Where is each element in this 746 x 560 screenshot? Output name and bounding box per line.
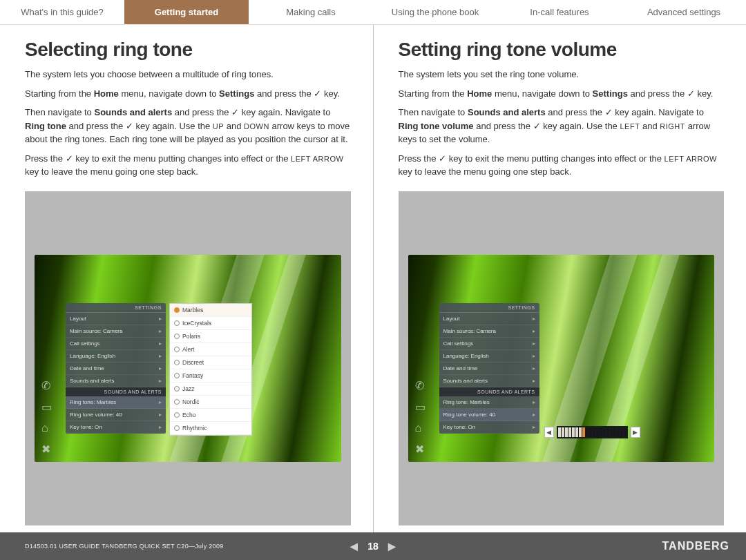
chevron-right-icon: ▸ xyxy=(159,378,162,384)
check-icon: ✓ xyxy=(605,107,613,117)
tools-icon: ✖ xyxy=(415,443,425,456)
panel-row: Language: English▸ xyxy=(439,350,539,363)
chevron-right-icon: ▸ xyxy=(533,399,535,405)
main-content: Selecting ring tone The system lets you … xyxy=(0,25,746,532)
ringtone-option: Jazz xyxy=(170,383,251,396)
chevron-right-icon: ▸ xyxy=(159,353,162,359)
volume-control: ◀ ▶ xyxy=(544,426,640,438)
chevron-right-icon: ▸ xyxy=(533,316,535,322)
panel-row: Layout▸ xyxy=(439,313,539,325)
chevron-right-icon: ▸ xyxy=(159,340,162,347)
check-icon: ✓ xyxy=(533,121,541,131)
tab-using-phone-book[interactable]: Using the phone book xyxy=(373,0,497,24)
ringtone-option: Marbles xyxy=(170,304,251,317)
ringtone-option: Discreet xyxy=(170,356,251,369)
settings-panel: SETTINGS Layout▸ Main source: Camera▸ Ca… xyxy=(66,303,166,434)
footer: D14503.01 USER GUIDE TANDBERG QUICK SET … xyxy=(0,532,746,560)
top-nav: What's in this guide? Getting started Ma… xyxy=(0,0,746,25)
panel-header-settings: SETTINGS xyxy=(439,303,539,313)
settings-panel: SETTINGS Layout▸ Main source: Camera▸ Ca… xyxy=(439,303,539,434)
tab-making-calls[interactable]: Making calls xyxy=(249,0,373,24)
phone-icon: ✆ xyxy=(415,379,425,392)
phone-icon: ✆ xyxy=(41,379,52,392)
panel-row: Ring tone volume: 40▸ xyxy=(439,409,539,421)
panel-row: Main source: Camera▸ xyxy=(66,325,166,338)
ringtone-option: Polaris xyxy=(170,330,251,343)
side-icons: ✆ ▭ ⌂ ✖ xyxy=(415,379,425,456)
right-p3: Then navigate to Sounds and alerts and p… xyxy=(399,106,725,146)
right-p4: Press the ✓ key to exit the menu putting… xyxy=(399,152,725,179)
check-icon: ✓ xyxy=(439,153,446,164)
chevron-right-icon: ▸ xyxy=(533,353,535,359)
ringtone-options: Marbles IceCrystals Polaris Alert Discre… xyxy=(169,303,252,436)
panel-row: Key tone: On▸ xyxy=(439,421,539,434)
page-number: 18 xyxy=(367,541,379,552)
pager: ◀ 18 ▶ xyxy=(350,541,396,552)
panel-row: Ring tone volume: 40▸ xyxy=(66,409,166,421)
panel-row: Language: English▸ xyxy=(66,350,166,363)
tab-whats-in-this-guide[interactable]: What's in this guide? xyxy=(0,0,124,24)
chevron-right-icon: ▸ xyxy=(159,328,162,334)
left-p2: Starting from the Home menu, navigate do… xyxy=(25,87,351,101)
tools-icon: ✖ xyxy=(41,443,52,456)
ringtone-option: Rhythmic xyxy=(170,422,251,435)
check-icon: ✓ xyxy=(231,107,239,117)
left-p3: Then navigate to Sounds and alerts and p… xyxy=(25,106,351,146)
ringtone-option: Nordic xyxy=(170,396,251,409)
tab-getting-started[interactable]: Getting started xyxy=(124,0,249,24)
panel-row: Ring tone: Marbles▸ xyxy=(66,396,166,409)
book-icon: ▭ xyxy=(41,400,52,414)
brand-logo: TANDBERG xyxy=(662,540,729,552)
doc-id: D14503.01 USER GUIDE TANDBERG QUICK SET … xyxy=(25,543,224,550)
left-column: Selecting ring tone The system lets you … xyxy=(0,25,373,532)
panel-row: Sounds and alerts▸ xyxy=(439,375,539,387)
prev-page-button[interactable]: ◀ xyxy=(350,541,358,552)
right-column: Setting ring tone volume The system lets… xyxy=(374,25,747,532)
tab-in-call-features[interactable]: In-call features xyxy=(497,0,622,24)
panel-row: Call settings▸ xyxy=(66,338,166,350)
panel-row: Date and time▸ xyxy=(439,363,539,375)
right-p2: Starting from the Home menu, navigate do… xyxy=(399,87,725,101)
ringtone-option: Fantasy xyxy=(170,369,251,383)
volume-left-button: ◀ xyxy=(544,427,554,438)
chevron-right-icon: ▸ xyxy=(159,399,162,405)
ringtone-option: Alert xyxy=(170,343,251,356)
chevron-right-icon: ▸ xyxy=(533,340,535,347)
panel-subheader: SOUNDS AND ALERTS xyxy=(66,387,166,396)
left-title: Selecting ring tone xyxy=(25,39,351,61)
tab-advanced-settings[interactable]: Advanced settings xyxy=(622,0,746,24)
volume-right-button: ▶ xyxy=(631,427,640,438)
chevron-right-icon: ▸ xyxy=(159,365,162,371)
check-icon: ✓ xyxy=(126,121,133,131)
check-icon: ✓ xyxy=(314,88,321,99)
next-page-button[interactable]: ▶ xyxy=(388,541,396,552)
panel-row: Sounds and alerts▸ xyxy=(66,375,166,387)
panel-subheader: SOUNDS AND ALERTS xyxy=(439,387,539,396)
panel-row: Ring tone: Marbles▸ xyxy=(439,396,539,409)
chevron-right-icon: ▸ xyxy=(533,412,535,418)
device-icon: ⌂ xyxy=(41,422,52,434)
left-p4: Press the ✓ key to exit the menu putting… xyxy=(25,152,351,179)
panel-row: Layout▸ xyxy=(66,313,166,325)
panel-row: Key tone: On▸ xyxy=(66,421,166,434)
side-icons: ✆ ▭ ⌂ ✖ xyxy=(41,379,52,456)
chevron-right-icon: ▸ xyxy=(533,424,535,430)
book-icon: ▭ xyxy=(415,400,425,414)
chevron-right-icon: ▸ xyxy=(159,424,162,430)
panel-row: Main source: Camera▸ xyxy=(439,325,539,338)
ringtone-option: IceCrystals xyxy=(170,317,251,330)
panel-row: Call settings▸ xyxy=(439,338,539,350)
left-p1: The system lets you choose between a mul… xyxy=(25,68,351,81)
chevron-right-icon: ▸ xyxy=(159,316,162,322)
volume-segments xyxy=(557,426,628,438)
chevron-right-icon: ▸ xyxy=(533,365,535,371)
chevron-right-icon: ▸ xyxy=(533,328,535,334)
ringtone-option: Echo xyxy=(170,409,251,422)
right-p1: The system lets you set the ring tone vo… xyxy=(399,68,725,81)
chevron-right-icon: ▸ xyxy=(533,378,535,384)
right-title: Setting ring tone volume xyxy=(399,39,725,61)
check-icon: ✓ xyxy=(66,153,73,164)
check-icon: ✓ xyxy=(687,88,695,99)
left-screenshot: ✆ ▭ ⌂ ✖ SETTINGS Layout▸ Main source: Ca… xyxy=(25,191,351,526)
chevron-right-icon: ▸ xyxy=(159,412,162,418)
